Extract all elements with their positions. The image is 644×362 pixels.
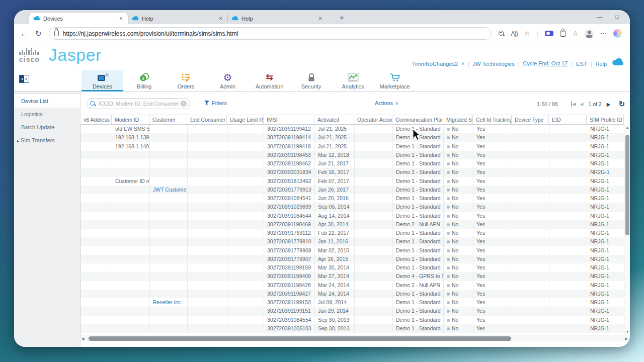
- copilot-icon[interactable]: [613, 29, 622, 38]
- first-page-icon[interactable]: ◀: [571, 102, 576, 107]
- refresh-table-icon[interactable]: ↻: [618, 100, 625, 109]
- table-row[interactable]: 302720391198427Mar 24, 2014Demo 1 - Stan…: [81, 290, 624, 298]
- sidebar-item-device-list[interactable]: Device List: [14, 95, 80, 108]
- sidebar-item-logistics[interactable]: Logistics: [14, 108, 80, 121]
- table-row[interactable]: 302720393031834Feb 16, 2017Demo 1 - Stan…: [81, 168, 624, 176]
- table-row[interactable]: 302720391198428Mar 24, 2014Demo 2 - Null…: [81, 281, 624, 290]
- column-header-device_type[interactable]: Device Type: [512, 115, 549, 124]
- horizontal-scrollbar[interactable]: ◀ ▶: [80, 335, 629, 341]
- column-header-end_consumer_id[interactable]: End Consumer I: [187, 115, 227, 124]
- scroll-left-icon[interactable]: ◀: [82, 335, 84, 342]
- column-header-modem_id[interactable]: Modem ID: [112, 115, 149, 124]
- nav-item-analytics[interactable]: Analytics: [332, 70, 374, 92]
- table-row[interactable]: JWT Custome...302720391779913Jan 26, 201…: [81, 186, 624, 194]
- minimize-button[interactable]: —: [597, 12, 602, 21]
- zoom-icon[interactable]: [499, 31, 505, 37]
- nav-item-marketplace[interactable]: Marketplace: [374, 70, 416, 92]
- table-row[interactable]: Customer ID n...302720391812462Feb 07, 2…: [81, 177, 624, 186]
- column-header-ipv6[interactable]: v6 Address: [80, 115, 112, 124]
- read-aloud-icon[interactable]: A)): [511, 30, 518, 37]
- favorites-bar-icon[interactable]: ☆: [573, 30, 579, 37]
- nav-item-orders[interactable]: Orders: [165, 70, 207, 92]
- sidebar-toggle-icon[interactable]: ◂▸: [19, 75, 29, 83]
- table-row[interactable]: 302720391779907Apr 16, 2015Demo 1 - Stan…: [81, 255, 624, 263]
- account-name-link[interactable]: TimmNoChanges2: [412, 61, 458, 67]
- nav-item-billing[interactable]: $Billing: [123, 70, 165, 92]
- company-link[interactable]: JW Technologies: [473, 61, 515, 67]
- column-header-imsi[interactable]: IMSI: [264, 115, 314, 124]
- account-chevron-icon[interactable]: ∨: [461, 61, 464, 66]
- nav-item-admin[interactable]: ⚙Admin: [207, 70, 249, 92]
- extensions-icon[interactable]: [560, 31, 566, 37]
- scroll-right-icon[interactable]: ▶: [625, 335, 628, 342]
- profile-avatar[interactable]: [585, 29, 594, 38]
- browser-tab[interactable]: Devices×: [29, 13, 128, 24]
- cloud-status-icon[interactable]: [612, 58, 624, 66]
- sidebar-item-batch-update[interactable]: Batch Update: [14, 121, 80, 134]
- expand-arrow-icon[interactable]: ▸: [17, 139, 19, 143]
- vertical-scroll-thumb[interactable]: [625, 135, 629, 235]
- column-header-communication_plan[interactable]: Communication Plan: [392, 115, 443, 124]
- column-header-migrated_sim[interactable]: Migrated SIM: [443, 115, 473, 124]
- column-header-sim_profile_id[interactable]: SIM Profile ID: [587, 115, 624, 124]
- column-header-operator_account[interactable]: Operator Accou: [354, 115, 392, 124]
- column-header-activated[interactable]: Activated: [314, 115, 354, 124]
- cell-end_consumer_id: [188, 212, 227, 220]
- nav-item-devices[interactable]: Devices: [82, 70, 123, 92]
- scroll-down-icon[interactable]: ▼: [624, 329, 630, 335]
- column-header-cell_id_tracking[interactable]: Cell Id Tracking.: [473, 115, 512, 124]
- tab-close-icon[interactable]: ×: [218, 15, 223, 22]
- column-header-customer[interactable]: Customer: [149, 115, 187, 124]
- tab-close-icon[interactable]: ×: [317, 15, 323, 22]
- table-row[interactable]: Reseller Inc302720391199150Jul 09, 2014D…: [81, 298, 624, 307]
- sidebar-item-sim-transfers[interactable]: ▸Sim Transfers: [14, 134, 80, 147]
- next-page-icon[interactable]: ▶: [607, 102, 611, 107]
- cell-customer[interactable]: JWT Custome...: [150, 186, 188, 194]
- browser-tab[interactable]: Help×: [227, 13, 327, 24]
- tab-close-icon[interactable]: ×: [118, 15, 124, 22]
- table-row[interactable]: 302720391199409Mar 27, 2014Demo 4 - GPRS…: [81, 272, 624, 281]
- table-row[interactable]: 302720391199151Jan 29, 2014Demo 1 - Stan…: [81, 307, 624, 315]
- table-row[interactable]: old EW SMS S...302720391199412Jul 21, 20…: [81, 125, 624, 133]
- split-screen-icon[interactable]: [545, 31, 553, 36]
- table-row[interactable]: 302720391029839Sep 05, 2014Demo 1 - Stan…: [81, 203, 624, 211]
- actions-dropdown[interactable]: Actions ∨: [375, 100, 398, 106]
- table-row[interactable]: 302720391199159Mar 30, 2014Demo 1 - Stan…: [81, 263, 624, 272]
- help-link[interactable]: Help: [595, 61, 607, 67]
- vertical-scrollbar[interactable]: ▲ ▼: [624, 125, 630, 335]
- new-tab-button[interactable]: +: [336, 13, 348, 22]
- nav-item-automation[interactable]: ⇆Automation: [249, 70, 290, 92]
- column-header-usage_limit[interactable]: Usage Limit Rea: [227, 115, 264, 124]
- table-row[interactable]: 302720391084541Jun 20, 2016Demo 1 - Stan…: [81, 194, 624, 203]
- table-row[interactable]: 302720391779910Jan 11, 2016Demo 1 - Stan…: [81, 237, 624, 246]
- browser-menu-icon[interactable]: ⋯: [600, 30, 607, 37]
- scroll-up-icon[interactable]: ▲: [624, 125, 630, 131]
- reload-icon[interactable]: ↻: [35, 29, 42, 38]
- table-row[interactable]: 302720391198469Apr 30, 2014Demo 2 - Null…: [81, 220, 624, 229]
- table-row[interactable]: 302720391198453Mar 12, 2018Demo 1 - Stan…: [81, 151, 624, 159]
- column-header-eid[interactable]: EID: [549, 115, 587, 124]
- clear-search-icon[interactable]: ×: [181, 101, 187, 107]
- filters-button[interactable]: Filters: [204, 100, 227, 106]
- table-row[interactable]: 302720391084544Aug 14, 2014Demo 1 - Stan…: [81, 212, 624, 220]
- nav-item-security[interactable]: Security: [290, 70, 332, 92]
- prev-page-icon[interactable]: ◀: [580, 102, 584, 107]
- table-row[interactable]: 192.168.1.140302720391199418Jul 21, 2025…: [81, 142, 624, 151]
- customer-link[interactable]: JWT Custome...: [153, 187, 188, 193]
- favorite-star-icon[interactable]: ☆: [524, 30, 530, 37]
- cell-eid: [549, 177, 587, 186]
- browser-tab[interactable]: Help×: [128, 13, 227, 24]
- table-row[interactable]: 302720391763112Feb 22, 2017Demo 1 - Stan…: [81, 229, 624, 237]
- table-row[interactable]: 302720391779908Mar 02, 2015Demo 1 - Stan…: [81, 246, 624, 255]
- back-icon[interactable]: ←: [20, 29, 28, 38]
- table-row[interactable]: 192.168.1.139302720391199414Jul 21, 2025…: [81, 133, 624, 142]
- address-bar[interactable]: https://nj.jasperwireless.com/provision/…: [49, 27, 492, 40]
- table-row[interactable]: 302720391005103Sep 30, 2013Demo 1 - Stan…: [81, 324, 624, 333]
- search-input[interactable]: ICCID, Modem ID, End Consumer ID, Cust ×: [87, 98, 190, 109]
- table-row[interactable]: 302720391084554Sep 30, 2013Demo 1 - Stan…: [81, 316, 624, 324]
- customer-link[interactable]: Reseller Inc: [153, 299, 181, 305]
- horizontal-scroll-thumb[interactable]: [89, 336, 511, 341]
- table-row[interactable]: 302720391198462Jun 21, 2017Demo 1 - Stan…: [81, 159, 624, 168]
- cell-customer[interactable]: Reseller Inc: [150, 298, 188, 307]
- maximize-button[interactable]: □: [615, 12, 619, 21]
